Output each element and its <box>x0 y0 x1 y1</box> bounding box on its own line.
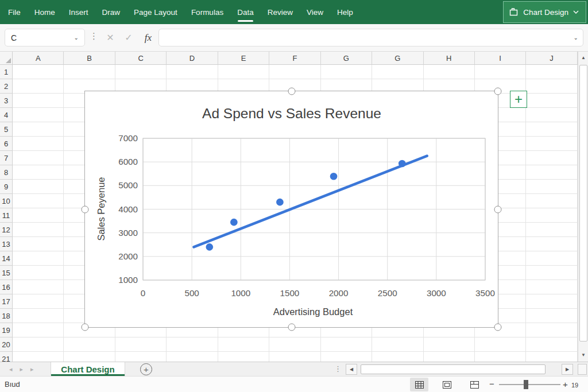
column-header[interactable]: C <box>115 52 167 65</box>
y-tick-label: 5000 <box>118 180 138 190</box>
row-header[interactable]: 8 <box>0 165 13 180</box>
normal-view-button[interactable] <box>410 378 428 391</box>
row-header[interactable]: 20 <box>0 337 13 352</box>
resize-handle-bottom[interactable] <box>288 324 295 331</box>
row-header[interactable]: 21 <box>0 352 13 362</box>
resize-handle-right[interactable] <box>494 205 502 213</box>
row-header[interactable]: 11 <box>0 208 13 223</box>
normal-view-icon <box>415 381 424 389</box>
row-headers: 123456789101112131415161718192021 <box>0 65 13 362</box>
row-header[interactable]: 6 <box>0 137 13 151</box>
ribbon-tab-help[interactable]: Help <box>337 0 353 24</box>
column-header[interactable]: J <box>526 52 577 65</box>
ribbon-tab-review[interactable]: Review <box>268 0 293 24</box>
tab-split-handle[interactable]: ⋮ <box>334 364 342 373</box>
select-all-button[interactable] <box>0 52 13 65</box>
x-tick-label: 3500 <box>475 288 495 298</box>
page-break-view-button[interactable] <box>465 378 483 391</box>
scroll-right-icon[interactable]: ▶ <box>562 364 573 375</box>
cancel-icon[interactable]: ✕ <box>102 29 118 46</box>
zoom-slider-track[interactable] <box>499 384 560 385</box>
ribbon-tab-view[interactable]: View <box>307 0 323 24</box>
scroll-down-icon[interactable]: ▼ <box>579 349 588 360</box>
row-header[interactable]: 1 <box>0 65 13 79</box>
vertical-scroll-thumb[interactable] <box>579 65 587 341</box>
row-header[interactable]: 14 <box>0 251 13 266</box>
scrollbar-corner <box>578 364 587 375</box>
scroll-up-icon[interactable]: ▲ <box>579 52 588 63</box>
scroll-left-icon[interactable]: ◀ <box>346 364 357 375</box>
zoom-in-button[interactable]: + <box>563 379 568 389</box>
row-header[interactable]: 4 <box>0 108 13 122</box>
resize-handle-top-right[interactable] <box>494 88 502 95</box>
row-header[interactable]: 5 <box>0 122 13 137</box>
chevron-down-icon[interactable]: ⌄ <box>74 34 79 41</box>
row-header[interactable]: 13 <box>0 237 13 251</box>
sheet-tab-chart-design[interactable]: Chart Design <box>51 362 125 376</box>
page-break-view-icon <box>470 381 479 389</box>
chart-design-button[interactable]: Chart Design <box>503 1 586 23</box>
row-header[interactable]: 19 <box>0 323 13 337</box>
chart-design-label: Chart Design <box>523 8 568 17</box>
ribbon-tab-draw[interactable]: Draw <box>102 0 121 24</box>
ribbon-tab-page-layout[interactable]: Page Layout <box>134 0 177 24</box>
row-header[interactable]: 3 <box>0 94 13 108</box>
row-header[interactable]: 7 <box>0 151 13 165</box>
ribbon-tab-formulas[interactable]: Formulas <box>191 0 223 24</box>
resize-handle-bottom-right[interactable] <box>494 324 502 331</box>
new-sheet-button[interactable]: + <box>140 363 152 375</box>
x-tick-label: 2000 <box>329 288 349 298</box>
column-header[interactable]: A <box>13 52 64 65</box>
row-header[interactable]: 16 <box>0 280 13 294</box>
row-header[interactable]: 12 <box>0 223 13 237</box>
formula-expand-chevron-icon[interactable]: ⌄ <box>574 34 578 41</box>
ribbon-tab-insert[interactable]: Insert <box>69 0 88 24</box>
formula-input[interactable] <box>164 33 574 42</box>
trendline[interactable] <box>194 156 427 247</box>
column-header[interactable]: I <box>475 52 526 65</box>
horizontal-scroll-thumb[interactable] <box>361 364 546 374</box>
column-header[interactable]: H <box>424 52 475 65</box>
data-point[interactable] <box>206 243 213 251</box>
y-tick-label: 4000 <box>118 204 138 214</box>
sheet-nav-arrow-icon[interactable]: ◂ <box>9 366 13 373</box>
column-header[interactable]: F <box>269 52 320 65</box>
zoom-level-label[interactable]: 19 <box>571 382 578 389</box>
name-box[interactable]: C ⌄ <box>5 29 85 46</box>
chart-object[interactable]: 0500100015002000250030003500100020003000… <box>84 91 498 328</box>
vertical-scrollbar[interactable]: ▲ ▼ <box>578 52 588 362</box>
data-point[interactable] <box>330 173 338 180</box>
sheet-nav-arrow-icon[interactable]: ▸ <box>20 366 24 373</box>
resize-handle-bottom-left[interactable] <box>82 324 89 331</box>
row-header[interactable]: 18 <box>0 309 13 323</box>
page-layout-view-button[interactable] <box>438 378 456 391</box>
column-header[interactable]: E <box>218 52 269 65</box>
column-header[interactable]: G <box>372 52 423 65</box>
x-tick-label: 1500 <box>280 288 300 298</box>
sheet-nav-arrow-icon[interactable]: ▸ <box>30 366 34 373</box>
y-axis-title[interactable]: Sales Peyenue <box>96 177 106 241</box>
insert-function-icon[interactable]: fx <box>140 29 156 46</box>
ribbon-tab-home[interactable]: Home <box>34 0 55 24</box>
chart-elements-button[interactable]: + <box>510 91 527 108</box>
row-header[interactable]: 2 <box>0 79 13 94</box>
row-header[interactable]: 9 <box>0 180 13 194</box>
zoom-out-button[interactable]: − <box>489 379 494 389</box>
row-header[interactable]: 15 <box>0 266 13 280</box>
resize-handle-left[interactable] <box>82 205 89 213</box>
row-header[interactable]: 10 <box>0 194 13 208</box>
ribbon-tab-data[interactable]: Data <box>237 0 254 24</box>
chart-title[interactable]: Ad Spend vs Sales Revenue <box>202 106 381 121</box>
column-header[interactable]: B <box>64 52 115 65</box>
data-point[interactable] <box>230 219 238 226</box>
enter-icon[interactable]: ✓ <box>121 29 137 46</box>
column-header[interactable]: D <box>167 52 218 65</box>
row-header[interactable]: 17 <box>0 294 13 309</box>
column-header[interactable]: G <box>321 52 372 65</box>
x-axis-title[interactable]: Advertising Budget <box>273 306 353 317</box>
x-tick-label: 1000 <box>231 288 250 298</box>
resize-handle-top[interactable] <box>288 88 295 95</box>
ribbon-tab-file[interactable]: File <box>8 0 21 24</box>
data-point[interactable] <box>276 199 284 206</box>
zoom-slider-handle[interactable] <box>524 380 528 389</box>
